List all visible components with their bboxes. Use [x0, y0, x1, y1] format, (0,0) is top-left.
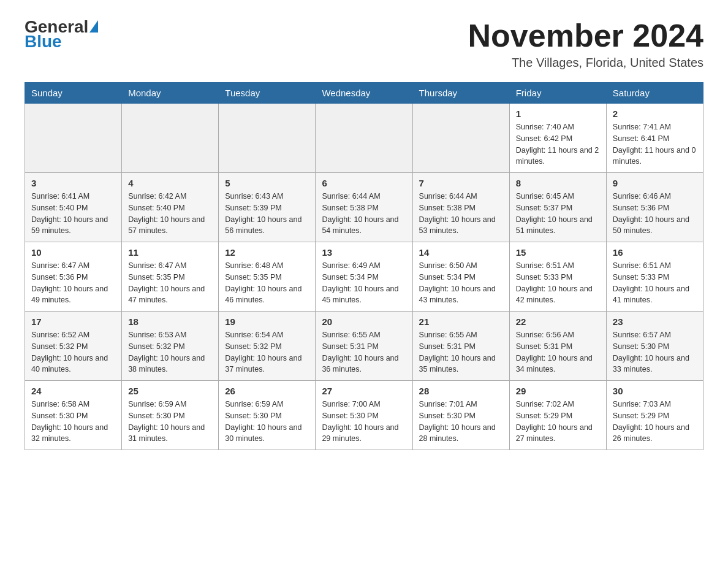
day-number: 21 [419, 316, 503, 327]
day-info: Sunrise: 7:41 AM Sunset: 6:41 PM Dayligh… [613, 121, 697, 167]
day-number: 9 [613, 178, 697, 188]
calendar-cell: 24Sunrise: 6:58 AM Sunset: 5:30 PM Dayli… [25, 381, 122, 450]
day-info: Sunrise: 6:51 AM Sunset: 5:33 PM Dayligh… [613, 260, 697, 306]
calendar-cell: 4Sunrise: 6:42 AM Sunset: 5:40 PM Daylig… [122, 173, 219, 242]
day-number: 15 [516, 247, 600, 258]
day-info: Sunrise: 6:44 AM Sunset: 5:38 PM Dayligh… [322, 191, 406, 237]
weekday-header-sunday: Sunday [25, 83, 122, 104]
day-info: Sunrise: 6:41 AM Sunset: 5:40 PM Dayligh… [31, 191, 115, 237]
day-info: Sunrise: 7:02 AM Sunset: 5:29 PM Dayligh… [516, 399, 600, 445]
month-title: November 2024 [468, 18, 703, 53]
day-info: Sunrise: 6:46 AM Sunset: 5:36 PM Dayligh… [613, 191, 697, 237]
logo: General Blue [25, 18, 98, 50]
day-number: 12 [225, 247, 309, 258]
day-info: Sunrise: 6:47 AM Sunset: 5:35 PM Dayligh… [128, 260, 212, 306]
calendar-cell: 29Sunrise: 7:02 AM Sunset: 5:29 PM Dayli… [509, 381, 606, 450]
calendar-cell: 17Sunrise: 6:52 AM Sunset: 5:32 PM Dayli… [25, 312, 122, 381]
calendar-row: 1Sunrise: 7:40 AM Sunset: 6:42 PM Daylig… [25, 104, 703, 173]
weekday-header-monday: Monday [122, 83, 219, 104]
calendar-cell: 5Sunrise: 6:43 AM Sunset: 5:39 PM Daylig… [219, 173, 316, 242]
calendar-cell: 1Sunrise: 7:40 AM Sunset: 6:42 PM Daylig… [509, 104, 606, 173]
calendar-row: 3Sunrise: 6:41 AM Sunset: 5:40 PM Daylig… [25, 173, 703, 242]
day-info: Sunrise: 7:01 AM Sunset: 5:30 PM Dayligh… [419, 399, 503, 445]
day-info: Sunrise: 6:49 AM Sunset: 5:34 PM Dayligh… [322, 260, 406, 306]
weekday-header-row: SundayMondayTuesdayWednesdayThursdayFrid… [25, 83, 703, 104]
day-number: 22 [516, 316, 600, 327]
day-info: Sunrise: 6:59 AM Sunset: 5:30 PM Dayligh… [128, 399, 212, 445]
day-number: 3 [31, 178, 115, 188]
day-number: 2 [613, 109, 697, 119]
day-info: Sunrise: 6:42 AM Sunset: 5:40 PM Dayligh… [128, 191, 212, 237]
weekday-header-friday: Friday [509, 83, 606, 104]
day-info: Sunrise: 6:48 AM Sunset: 5:35 PM Dayligh… [225, 260, 309, 306]
day-number: 24 [31, 386, 115, 396]
day-number: 18 [128, 316, 212, 327]
day-info: Sunrise: 6:51 AM Sunset: 5:33 PM Dayligh… [516, 260, 600, 306]
calendar-table: SundayMondayTuesdayWednesdayThursdayFrid… [25, 82, 703, 450]
calendar-cell: 23Sunrise: 6:57 AM Sunset: 5:30 PM Dayli… [606, 312, 703, 381]
day-number: 8 [516, 178, 600, 188]
day-number: 5 [225, 178, 309, 188]
day-number: 28 [419, 386, 503, 396]
day-info: Sunrise: 6:44 AM Sunset: 5:38 PM Dayligh… [419, 191, 503, 237]
calendar-cell: 18Sunrise: 6:53 AM Sunset: 5:32 PM Dayli… [122, 312, 219, 381]
calendar-cell: 20Sunrise: 6:55 AM Sunset: 5:31 PM Dayli… [316, 312, 412, 381]
day-number: 11 [128, 247, 212, 258]
day-info: Sunrise: 6:43 AM Sunset: 5:39 PM Dayligh… [225, 191, 309, 237]
day-info: Sunrise: 6:52 AM Sunset: 5:32 PM Dayligh… [31, 329, 115, 375]
day-info: Sunrise: 6:56 AM Sunset: 5:31 PM Dayligh… [516, 329, 600, 375]
calendar-cell: 28Sunrise: 7:01 AM Sunset: 5:30 PM Dayli… [412, 381, 509, 450]
day-number: 6 [322, 178, 406, 188]
day-info: Sunrise: 6:55 AM Sunset: 5:31 PM Dayligh… [419, 329, 503, 375]
calendar-cell: 2Sunrise: 7:41 AM Sunset: 6:41 PM Daylig… [606, 104, 703, 173]
day-info: Sunrise: 6:59 AM Sunset: 5:30 PM Dayligh… [225, 399, 309, 445]
day-number: 29 [516, 386, 600, 396]
weekday-header-saturday: Saturday [606, 83, 703, 104]
calendar-cell: 30Sunrise: 7:03 AM Sunset: 5:29 PM Dayli… [606, 381, 703, 450]
calendar-cell: 9Sunrise: 6:46 AM Sunset: 5:36 PM Daylig… [606, 173, 703, 242]
calendar-cell [25, 104, 122, 173]
calendar-cell: 14Sunrise: 6:50 AM Sunset: 5:34 PM Dayli… [412, 242, 509, 312]
day-number: 10 [31, 247, 115, 258]
day-number: 19 [225, 316, 309, 327]
calendar-cell: 21Sunrise: 6:55 AM Sunset: 5:31 PM Dayli… [412, 312, 509, 381]
day-number: 27 [322, 386, 406, 396]
day-number: 30 [613, 386, 697, 396]
calendar-cell: 25Sunrise: 6:59 AM Sunset: 5:30 PM Dayli… [122, 381, 219, 450]
logo-blue: Blue [25, 33, 98, 50]
calendar-cell: 7Sunrise: 6:44 AM Sunset: 5:38 PM Daylig… [412, 173, 509, 242]
day-number: 14 [419, 247, 503, 258]
calendar-cell: 15Sunrise: 6:51 AM Sunset: 5:33 PM Dayli… [509, 242, 606, 312]
title-block: November 2024 The Villages, Florida, Uni… [468, 18, 703, 70]
calendar-cell: 27Sunrise: 7:00 AM Sunset: 5:30 PM Dayli… [316, 381, 412, 450]
calendar-cell [122, 104, 219, 173]
weekday-header-thursday: Thursday [412, 83, 509, 104]
calendar-cell: 6Sunrise: 6:44 AM Sunset: 5:38 PM Daylig… [316, 173, 412, 242]
calendar-cell: 26Sunrise: 6:59 AM Sunset: 5:30 PM Dayli… [219, 381, 316, 450]
day-number: 4 [128, 178, 212, 188]
day-number: 20 [322, 316, 406, 327]
day-info: Sunrise: 6:47 AM Sunset: 5:36 PM Dayligh… [31, 260, 115, 306]
day-info: Sunrise: 7:03 AM Sunset: 5:29 PM Dayligh… [613, 399, 697, 445]
calendar-cell: 8Sunrise: 6:45 AM Sunset: 5:37 PM Daylig… [509, 173, 606, 242]
calendar-cell: 19Sunrise: 6:54 AM Sunset: 5:32 PM Dayli… [219, 312, 316, 381]
day-number: 26 [225, 386, 309, 396]
day-info: Sunrise: 6:53 AM Sunset: 5:32 PM Dayligh… [128, 329, 212, 375]
day-info: Sunrise: 6:55 AM Sunset: 5:31 PM Dayligh… [322, 329, 406, 375]
day-info: Sunrise: 6:45 AM Sunset: 5:37 PM Dayligh… [516, 191, 600, 237]
day-info: Sunrise: 6:54 AM Sunset: 5:32 PM Dayligh… [225, 329, 309, 375]
calendar-cell [316, 104, 412, 173]
weekday-header-wednesday: Wednesday [316, 83, 412, 104]
calendar-cell [412, 104, 509, 173]
calendar-cell: 10Sunrise: 6:47 AM Sunset: 5:36 PM Dayli… [25, 242, 122, 312]
calendar-row: 17Sunrise: 6:52 AM Sunset: 5:32 PM Dayli… [25, 312, 703, 381]
day-info: Sunrise: 6:50 AM Sunset: 5:34 PM Dayligh… [419, 260, 503, 306]
day-number: 7 [419, 178, 503, 188]
page-header: General Blue November 2024 The Villages,… [25, 18, 703, 70]
day-number: 23 [613, 316, 697, 327]
day-number: 16 [613, 247, 697, 258]
calendar-cell: 12Sunrise: 6:48 AM Sunset: 5:35 PM Dayli… [219, 242, 316, 312]
day-number: 17 [31, 316, 115, 327]
day-info: Sunrise: 7:00 AM Sunset: 5:30 PM Dayligh… [322, 399, 406, 445]
location-subtitle: The Villages, Florida, United States [468, 56, 703, 70]
